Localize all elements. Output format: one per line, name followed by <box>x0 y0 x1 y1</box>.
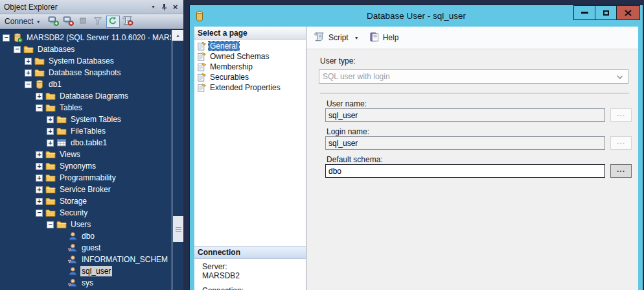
expand-icon[interactable]: + <box>36 163 43 170</box>
dialog-titlebar[interactable]: Database User - sql_user <box>190 5 643 27</box>
object-explorer-titlebar[interactable]: Object Explorer ▼ × <box>0 0 183 14</box>
tree-scrollbar[interactable]: ▲ <box>172 30 183 290</box>
close-icon[interactable]: × <box>170 2 181 12</box>
tree-item-label: FileTables <box>69 126 107 136</box>
select-a-page-header: Select a page <box>194 27 306 40</box>
stop-icon-button[interactable] <box>76 16 90 28</box>
tree-item-label: MARSDB2 (SQL Server 11.0.6020 - MARSD <box>25 32 171 43</box>
tree-item-information-schem[interactable]: INFORMATION_SCHEM <box>0 254 171 265</box>
maximize-button[interactable] <box>595 5 617 20</box>
maximize-icon <box>603 10 609 16</box>
tree-item-sys[interactable]: sys <box>0 277 171 289</box>
tree-item-filetables[interactable]: +FileTables <box>0 125 171 137</box>
tree-item-storage[interactable]: +Storage <box>0 195 171 207</box>
collapse-icon[interactable]: − <box>47 221 54 228</box>
tree-item-database-snapshots[interactable]: +Database Snapshots <box>0 67 171 79</box>
tree-item-databases[interactable]: −Databases <box>0 43 171 55</box>
folder-icon <box>34 67 45 78</box>
connect-server-icon-button[interactable] <box>47 16 60 28</box>
script-status-icon-button[interactable] <box>121 16 135 28</box>
collapse-icon[interactable]: − <box>36 104 43 112</box>
page-item-label: General <box>209 42 239 51</box>
tree-item-synonyms[interactable]: +Synonyms <box>0 160 171 172</box>
folder-icon <box>34 56 45 66</box>
tree-item-users[interactable]: −Users <box>0 219 171 230</box>
pin-icon[interactable] <box>159 2 170 12</box>
minimize-button[interactable] <box>573 5 595 20</box>
connection-info: Server: MARSDB2 <box>202 262 240 280</box>
default-schema-input[interactable]: dbo <box>325 164 605 178</box>
page-item-owned-schemas[interactable]: Owned Schemas <box>194 51 306 62</box>
tree-item-label: Service Broker <box>58 184 112 195</box>
page-item-label: Securables <box>209 73 250 82</box>
tree-item-security[interactable]: −Security <box>0 207 171 219</box>
expand-icon[interactable]: + <box>47 128 54 135</box>
tree-item-db1[interactable]: −db1 <box>0 79 171 90</box>
page-item-securables[interactable]: Securables <box>194 72 306 82</box>
user-icon <box>67 266 78 276</box>
login-name-input[interactable]: sql_user <box>325 136 605 150</box>
expand-icon[interactable]: + <box>36 198 43 205</box>
expand-icon[interactable]: + <box>36 93 43 100</box>
expand-icon[interactable]: + <box>36 175 43 182</box>
object-explorer-title: Object Explorer <box>4 3 148 12</box>
window-menu-icon[interactable]: ▼ <box>148 2 159 12</box>
page-item-general[interactable]: General <box>194 41 306 51</box>
connect-button[interactable]: Connect ▼ <box>5 17 41 26</box>
tree-item-guest[interactable]: guest <box>0 242 171 254</box>
script-button[interactable]: Script ▼ <box>314 32 359 43</box>
folder-icon <box>45 184 56 195</box>
tree-item-system-tables[interactable]: +System Tables <box>0 114 171 125</box>
connect-label: Connect <box>5 17 34 26</box>
page-icon <box>197 42 207 51</box>
tree-item-dbo-table1[interactable]: +dbo.table1 <box>0 137 171 149</box>
default-schema-browse-button[interactable]: ... <box>610 164 632 178</box>
disconnect-server-icon-button[interactable] <box>62 16 75 28</box>
tree-item-marsdb2-sql-server-11-0-6020-marsd[interactable]: −MARSDB2 (SQL Server 11.0.6020 - MARSD <box>0 32 171 43</box>
tree-item-sql-user[interactable]: sql_user <box>0 265 171 277</box>
page-item-extended-properties[interactable]: Extended Properties <box>194 82 306 93</box>
collapse-icon[interactable]: − <box>3 34 10 42</box>
user-icon <box>67 231 78 241</box>
expand-icon[interactable]: + <box>25 58 32 65</box>
tree-item-label: Storage <box>58 196 88 206</box>
folder-icon <box>45 208 56 218</box>
expand-icon[interactable]: + <box>47 116 54 123</box>
tree-item-programmability[interactable]: +Programmability <box>0 172 171 184</box>
folder-icon <box>56 114 67 125</box>
tree-item-system-databases[interactable]: +System Databases <box>0 55 171 67</box>
user-name-input[interactable]: sql_user <box>325 108 605 122</box>
expand-icon[interactable]: + <box>25 69 32 77</box>
expand-icon[interactable]: + <box>47 139 54 147</box>
scroll-up-icon[interactable]: ▲ <box>172 30 183 41</box>
collapse-icon[interactable]: − <box>25 81 32 88</box>
filter-icon <box>93 16 103 28</box>
user-type-value: SQL user with login <box>323 72 390 81</box>
collapse-icon[interactable]: − <box>14 46 21 53</box>
tree-item-views[interactable]: +Views <box>0 149 171 160</box>
filter-icon-button[interactable] <box>91 16 105 28</box>
tree-item-label: Views <box>58 149 82 160</box>
page-item-label: Extended Properties <box>209 83 282 92</box>
user-arrow-icon <box>67 243 78 253</box>
page-icon <box>197 73 207 82</box>
user-type-select[interactable]: SQL user with login <box>319 69 628 84</box>
tree-item-label: db1 <box>47 79 63 90</box>
expand-icon[interactable]: + <box>36 151 43 158</box>
scrollbar-thumb[interactable] <box>173 216 183 242</box>
object-explorer-panel: Object Explorer ▼ × Connect ▼ −MARSDB2 (… <box>0 0 183 290</box>
tree-item-dbo[interactable]: dbo <box>0 230 171 242</box>
folder-icon <box>23 44 34 54</box>
close-button[interactable] <box>616 5 640 20</box>
page-item-label: Membership <box>209 62 254 71</box>
tree-item-database-diagrams[interactable]: +Database Diagrams <box>0 90 171 102</box>
connect-server-icon <box>48 16 59 28</box>
page-item-membership[interactable]: Membership <box>194 62 306 72</box>
tree-item-tables[interactable]: −Tables <box>0 102 171 114</box>
expand-icon[interactable]: + <box>36 186 43 193</box>
help-button[interactable]: Help <box>369 32 399 44</box>
chevron-down-icon[interactable]: ▼ <box>354 36 359 40</box>
tree-item-service-broker[interactable]: +Service Broker <box>0 184 171 195</box>
refresh-icon-button[interactable] <box>106 16 120 28</box>
collapse-icon[interactable]: − <box>36 210 43 217</box>
